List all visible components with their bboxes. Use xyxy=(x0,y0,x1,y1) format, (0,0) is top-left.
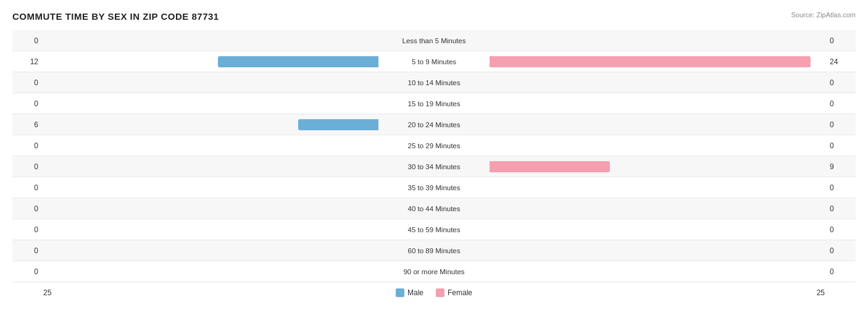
bars-wrapper: 15 to 19 Minutes xyxy=(43,93,825,114)
female-value: 9 xyxy=(825,162,856,171)
male-value: 6 xyxy=(12,120,43,129)
chart-row: 0 90 or more Minutes 0 xyxy=(12,261,856,282)
row-label: 5 to 9 Minutes xyxy=(378,58,490,65)
chart-row: 0 35 to 39 Minutes 0 xyxy=(12,177,856,198)
male-bar-area xyxy=(43,202,378,216)
male-value: 0 xyxy=(12,225,43,234)
female-value: 0 xyxy=(825,141,856,150)
chart-row: 6 20 to 24 Minutes 0 xyxy=(12,114,856,135)
male-value: 0 xyxy=(12,78,43,87)
male-value: 0 xyxy=(12,204,43,213)
male-value: 12 xyxy=(12,57,43,66)
chart-row: 0 60 to 89 Minutes 0 xyxy=(12,240,856,261)
bars-wrapper: 40 to 44 Minutes xyxy=(43,198,825,219)
row-label: 35 to 39 Minutes xyxy=(378,184,490,191)
male-bar-area xyxy=(43,118,378,132)
female-bar xyxy=(490,56,811,67)
bars-wrapper: 30 to 34 Minutes xyxy=(43,156,825,177)
male-bar-area xyxy=(43,160,378,174)
row-label: 25 to 29 Minutes xyxy=(378,142,490,149)
male-value: 0 xyxy=(12,183,43,192)
row-label: 30 to 34 Minutes xyxy=(378,163,490,170)
row-label: 40 to 44 Minutes xyxy=(378,205,490,212)
male-bar-area xyxy=(43,223,378,237)
male-bar-area xyxy=(43,244,378,258)
source-label: Source: ZipAtlas.com xyxy=(791,11,856,19)
female-value: 24 xyxy=(825,57,856,66)
female-bar-area xyxy=(490,202,825,216)
bars-wrapper: 60 to 89 Minutes xyxy=(43,240,825,261)
male-bar xyxy=(298,119,378,130)
female-value: 0 xyxy=(825,120,856,129)
male-legend-label: Male xyxy=(407,288,424,297)
male-bar-area xyxy=(43,55,378,69)
male-value: 0 xyxy=(12,99,43,108)
female-value: 0 xyxy=(825,78,856,87)
female-bar-area xyxy=(490,97,825,111)
female-legend-label: Female xyxy=(448,288,472,297)
row-label: 20 to 24 Minutes xyxy=(378,121,490,128)
legend-area: 25 Male Female 25 xyxy=(12,288,856,297)
bars-wrapper: 35 to 39 Minutes xyxy=(43,177,825,198)
chart-row: 0 Less than 5 Minutes 0 xyxy=(12,30,856,51)
legend-male: Male xyxy=(396,288,424,297)
axis-left-label: 25 xyxy=(43,288,74,297)
female-bar-area xyxy=(490,244,825,258)
bars-wrapper: 25 to 29 Minutes xyxy=(43,135,825,156)
chart-row: 0 15 to 19 Minutes 0 xyxy=(12,93,856,114)
female-bar-area xyxy=(490,139,825,153)
bars-wrapper: 10 to 14 Minutes xyxy=(43,72,825,93)
female-value: 0 xyxy=(825,36,856,45)
row-label: 45 to 59 Minutes xyxy=(378,226,490,233)
female-value: 0 xyxy=(825,246,856,255)
male-value: 0 xyxy=(12,267,43,276)
female-value: 0 xyxy=(825,204,856,213)
male-value: 0 xyxy=(12,246,43,255)
row-label: 10 to 14 Minutes xyxy=(378,79,490,86)
legend-female: Female xyxy=(436,288,472,297)
bars-wrapper: 20 to 24 Minutes xyxy=(43,114,825,135)
male-bar-area xyxy=(43,76,378,90)
female-bar xyxy=(490,161,610,172)
female-value: 0 xyxy=(825,267,856,276)
chart-row: 0 30 to 34 Minutes 9 xyxy=(12,156,856,177)
male-bar-area xyxy=(43,139,378,153)
female-value: 0 xyxy=(825,183,856,192)
male-bar-area xyxy=(43,265,378,279)
female-bar-area xyxy=(490,223,825,237)
legend-center: Male Female xyxy=(396,288,472,297)
bars-wrapper: 90 or more Minutes xyxy=(43,261,825,282)
male-color-box xyxy=(396,288,404,297)
female-value: 0 xyxy=(825,99,856,108)
female-bar-area xyxy=(490,160,825,174)
chart-row: 0 40 to 44 Minutes 0 xyxy=(12,198,856,219)
row-label: 90 or more Minutes xyxy=(378,268,490,275)
male-value: 0 xyxy=(12,141,43,150)
chart-row: 0 25 to 29 Minutes 0 xyxy=(12,135,856,156)
female-bar-area xyxy=(490,181,825,195)
row-label: Less than 5 Minutes xyxy=(378,37,490,44)
male-bar-area xyxy=(43,97,378,111)
chart-title: COMMUTE TIME BY SEX IN ZIP CODE 87731 xyxy=(12,11,856,22)
female-value: 0 xyxy=(825,225,856,234)
female-bar-area xyxy=(490,118,825,132)
female-color-box xyxy=(436,288,444,297)
female-bar-area xyxy=(490,34,825,48)
male-value: 0 xyxy=(12,162,43,171)
male-bar xyxy=(218,56,378,67)
axis-right-label: 25 xyxy=(794,288,825,297)
female-bar-area xyxy=(490,265,825,279)
bars-wrapper: 45 to 59 Minutes xyxy=(43,219,825,240)
row-label: 15 to 19 Minutes xyxy=(378,100,490,107)
female-bar-area xyxy=(490,76,825,90)
female-bar-area xyxy=(490,55,825,69)
chart-row: 0 10 to 14 Minutes 0 xyxy=(12,72,856,93)
male-bar-area xyxy=(43,181,378,195)
chart-area: 0 Less than 5 Minutes 0 12 5 to 9 Minute… xyxy=(12,30,856,282)
row-label: 60 to 89 Minutes xyxy=(378,247,490,254)
male-bar-area xyxy=(43,34,378,48)
male-value: 0 xyxy=(12,36,43,45)
chart-row: 0 45 to 59 Minutes 0 xyxy=(12,219,856,240)
bars-wrapper: Less than 5 Minutes xyxy=(43,30,825,51)
chart-container: COMMUTE TIME BY SEX IN ZIP CODE 87731 So… xyxy=(0,0,868,322)
